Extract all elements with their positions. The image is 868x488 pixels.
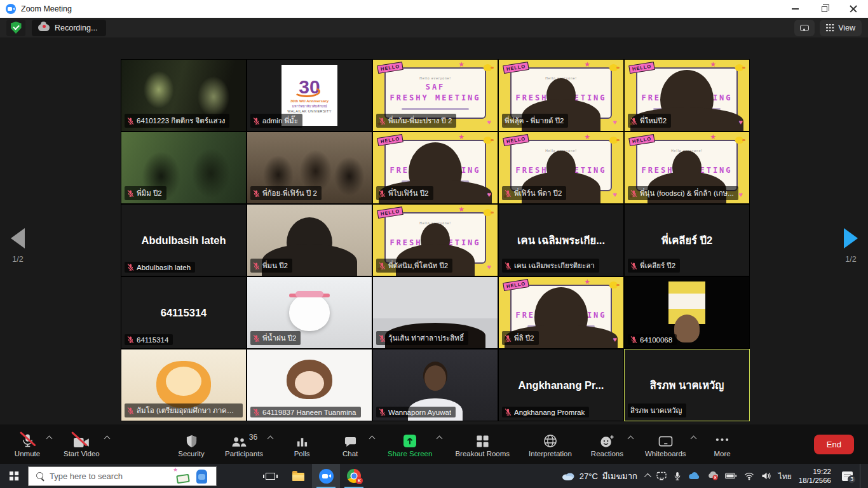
participants-icon: [231, 436, 247, 448]
heart-decoration: ♥: [738, 191, 743, 198]
airplay-button[interactable]: [794, 20, 815, 36]
participant-tile[interactable]: HELLO ★ ★ Hello everyone! SAF FRESHY MEE…: [121, 132, 246, 203]
onedrive-icon[interactable]: [688, 472, 700, 480]
participant-tile[interactable]: HELLO ★ ★ Hello everyone! SAF FRESHY MEE…: [625, 60, 749, 131]
share-options-chevron-icon[interactable]: [437, 435, 443, 442]
minimize-button[interactable]: [780, 0, 810, 18]
more-button[interactable]: More: [708, 431, 737, 458]
participant-tile[interactable]: HELLO ★ ★ Hello everyone! SAF FRESHY MEE…: [499, 132, 623, 203]
zoom-logo-icon: [6, 4, 16, 14]
duck-decoration: [609, 64, 618, 71]
participant-name-tag: พี่ฟลุ้ค - พี่มายด์ ปี2: [502, 114, 568, 128]
participant-name-label: พี่นุ่น (foodsci) & พี่กล้า (เกษ...: [640, 187, 734, 199]
chat-button[interactable]: Chat: [336, 431, 365, 458]
participant-name-tag: admin พี่มั๊ะ: [250, 114, 302, 128]
taskbar-search[interactable]: ★: [28, 466, 217, 486]
start-video-button[interactable]: Start Video: [64, 431, 100, 458]
recording-indicator[interactable]: Recording...: [32, 20, 106, 36]
duck-decoration: [609, 137, 618, 144]
heart-decoration: ♥: [487, 263, 491, 271]
participant-tile[interactable]: HELLO ★ ★ Hello everyone! SAF FRESHY MEE…: [373, 60, 498, 131]
share-screen-button[interactable]: Share Screen: [388, 431, 432, 458]
participant-tile[interactable]: HELLO ★ ★ Hello everyone! SAF FRESHY MEE…: [373, 205, 498, 276]
taskbar-clock[interactable]: 19:22 18/1/2566: [799, 467, 831, 485]
battery-icon[interactable]: [725, 473, 737, 479]
participant-tile[interactable]: HELLO ★ ★ Hello everyone! SAF FRESHY MEE…: [625, 132, 749, 203]
muted-mic-icon: [379, 408, 386, 416]
task-view-button[interactable]: [256, 464, 284, 488]
participant-tile[interactable]: HELLO ★ ★ Hello everyone! SAF FRESHY MEE…: [121, 205, 246, 276]
participant-name-tag: 64100068: [628, 334, 677, 345]
participant-tile[interactable]: HELLO ★ ★ Hello everyone! SAF FRESHY MEE…: [499, 349, 623, 421]
polls-button[interactable]: Polls: [287, 431, 316, 458]
participant-tile[interactable]: HELLO ★ ★ Hello everyone! SAF FRESHY MEE…: [499, 277, 623, 348]
speaker-icon[interactable]: [761, 471, 771, 480]
participant-tile[interactable]: HELLO ★ ★ Hello everyone! SAF FRESHY MEE…: [121, 349, 246, 421]
muted-mic-icon: [630, 336, 637, 344]
participant-name-label: พี่ตัสนิม,พี่โตนัท ปี2: [388, 260, 448, 271]
participant-tile[interactable]: HELLO ★ ★ Hello everyone! SAF FRESHY MEE…: [247, 60, 372, 131]
participant-tile[interactable]: HELLO ★ ★ Hello everyone! SAF FRESHY MEE…: [625, 349, 749, 421]
zoom-controls-toolbar: Unmute Start Video Security: [0, 424, 868, 464]
restore-button[interactable]: [810, 0, 839, 18]
participant-tile[interactable]: HELLO ★ ★ Hello everyone! SAF FRESHY MEE…: [625, 205, 749, 276]
participants-button[interactable]: 36 Participants: [225, 431, 263, 458]
participant-tile[interactable]: HELLO ★ ★ Hello everyone! SAF FRESHY MEE…: [121, 60, 246, 131]
chrome-app-button[interactable]: K: [340, 464, 368, 488]
cloud-sync-error-icon[interactable]: [707, 471, 718, 480]
participant-tile[interactable]: HELLO ★ ★ Hello everyone! SAF FRESHY MEE…: [247, 132, 372, 203]
prev-page-arrow-icon[interactable]: [11, 228, 25, 248]
participant-tile[interactable]: HELLO ★ ★ Hello everyone! SAF FRESHY MEE…: [247, 205, 372, 276]
wifi-icon[interactable]: [744, 471, 754, 480]
clock-time: 19:22: [799, 467, 831, 476]
file-explorer-button[interactable]: [284, 464, 312, 488]
interpretation-button[interactable]: Interpretation: [529, 431, 572, 458]
shield-icon: [186, 435, 198, 448]
muted-mic-icon: [505, 262, 512, 270]
participant-tile[interactable]: HELLO ★ ★ Hello everyone! SAF FRESHY MEE…: [373, 132, 498, 203]
participant-tile[interactable]: HELLO ★ ★ Hello everyone! SAF FRESHY MEE…: [373, 277, 498, 348]
reactions-button[interactable]: Reactions: [591, 431, 623, 458]
zoom-app-button[interactable]: [312, 464, 340, 488]
participant-tile[interactable]: HELLO ★ ★ Hello everyone! SAF FRESHY MEE…: [499, 60, 623, 131]
participant-tile[interactable]: HELLO ★ ★ Hello everyone! SAF FRESHY MEE…: [121, 277, 246, 348]
breakout-rooms-button[interactable]: Breakout Rooms: [455, 431, 510, 458]
chat-chevron-icon[interactable]: [369, 435, 376, 442]
language-indicator[interactable]: ไทย: [778, 470, 792, 482]
audio-options-chevron-icon[interactable]: [46, 435, 53, 442]
view-button[interactable]: View: [820, 20, 862, 36]
participant-name-label: สิรภพ นาคเหวัญ: [630, 405, 682, 416]
start-button[interactable]: [0, 464, 28, 488]
microphone-tray-icon[interactable]: [674, 471, 681, 481]
action-center-button[interactable]: 3: [842, 471, 853, 481]
participant-tile[interactable]: HELLO ★ ★ Hello everyone! SAF FRESHY MEE…: [499, 205, 623, 276]
next-page-arrow-icon[interactable]: [844, 228, 858, 248]
search-input[interactable]: [50, 471, 168, 481]
participant-tile[interactable]: HELLO ★ ★ Hello everyone! SAF FRESHY MEE…: [373, 349, 498, 421]
recording-cloud-icon: [38, 24, 50, 31]
participant-tile[interactable]: HELLO ★ ★ Hello everyone! SAF FRESHY MEE…: [247, 277, 372, 348]
close-button[interactable]: [839, 0, 868, 18]
participant-tile[interactable]: HELLO ★ ★ Hello everyone! SAF FRESHY MEE…: [625, 277, 749, 348]
participant-tile[interactable]: HELLO ★ ★ Hello everyone! SAF FRESHY MEE…: [247, 349, 372, 421]
whiteboards-button[interactable]: Whiteboards: [645, 431, 686, 458]
end-meeting-button[interactable]: End: [814, 435, 854, 454]
participant-name-tag: พี่มน ปี2: [250, 259, 292, 273]
participants-chevron-icon[interactable]: [268, 435, 274, 442]
show-desktop-button[interactable]: [860, 464, 863, 488]
gallery-next-page[interactable]: 1/2: [844, 228, 858, 264]
reactions-chevron-icon[interactable]: [628, 435, 634, 442]
participant-name-label: พี่ใบเฟิร์น ปี2: [388, 187, 429, 199]
notification-icon: 3: [842, 471, 853, 481]
participant-name-tag: ส้มโอ (เตรียมอุดมศึกษา ภาคตะวั...: [125, 403, 243, 417]
weather-widget[interactable]: 27°C มีเมฆมาก: [561, 470, 637, 483]
unmute-button[interactable]: Unmute: [13, 431, 42, 458]
whiteboards-chevron-icon[interactable]: [690, 435, 696, 442]
participant-name-tag: พี่มิม ปี2: [125, 186, 166, 200]
snip-cast-icon[interactable]: [656, 471, 667, 480]
security-button[interactable]: Security: [177, 431, 206, 458]
hidden-icons-chevron-icon[interactable]: [644, 473, 651, 480]
gallery-prev-page[interactable]: 1/2: [11, 228, 25, 264]
encryption-badge[interactable]: [6, 20, 25, 36]
chat-icon: [344, 436, 357, 448]
